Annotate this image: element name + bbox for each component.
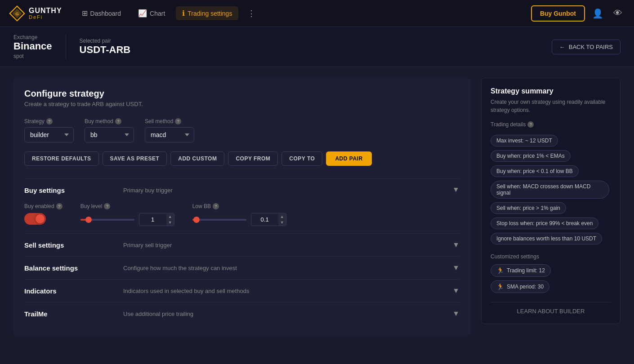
indicators-section: Indicators Indicators used in selected b… bbox=[24, 279, 460, 302]
buy-enabled-toggle[interactable] bbox=[24, 213, 46, 225]
main-content: Configure strategy Create a strategy to … bbox=[0, 67, 634, 364]
buy-level-label: Buy level ? bbox=[80, 203, 174, 209]
sell-settings-header[interactable]: Sell settings Primary sell trigger ▼ bbox=[24, 241, 460, 249]
visibility-icon-button[interactable]: 👁 bbox=[611, 5, 625, 21]
trading-limit-icon: 🏃 bbox=[496, 267, 504, 274]
strategy-select[interactable]: builder custom grid bbox=[24, 127, 74, 142]
indicators-header[interactable]: Indicators Indicators used in selected b… bbox=[24, 287, 460, 295]
indicators-subtitle: Indicators used in selected buy and sell… bbox=[114, 288, 452, 294]
user-icon-button[interactable]: 👤 bbox=[589, 5, 606, 22]
buy-level-slider-container: ▲ ▼ bbox=[80, 213, 174, 226]
low-bb-up[interactable]: ▲ bbox=[278, 214, 286, 220]
balance-settings-title: Balance settings bbox=[24, 264, 114, 272]
selected-pair-value: USDT-ARB bbox=[80, 44, 131, 56]
top-navigation: G GUNTHY DeFi ⊞ Dashboard 📈 Chart ℹ Trad… bbox=[0, 0, 634, 27]
nav-more-button[interactable]: ⋮ bbox=[243, 6, 260, 21]
nav-trading-settings[interactable]: ℹ Trading settings bbox=[176, 6, 238, 20]
sell-method-help-icon[interactable]: ? bbox=[175, 118, 181, 124]
low-bb-slider-container: ▲ ▼ bbox=[192, 213, 286, 226]
buy-level-input[interactable] bbox=[139, 213, 166, 226]
buy-enabled-help-icon[interactable]: ? bbox=[56, 203, 63, 209]
action-buttons: RESTORE DEFAULTS SAVE AS PRESET ADD CUST… bbox=[24, 151, 460, 166]
back-to-pairs-button[interactable]: ← BACK TO PAIRS bbox=[552, 40, 621, 54]
low-bb-help-icon[interactable]: ? bbox=[213, 203, 219, 209]
buy-method-label: Buy method ? bbox=[85, 118, 134, 124]
summary-tags: Max invest: ~ 12 USDT Buy when: price 1%… bbox=[491, 133, 611, 246]
buy-level-down[interactable]: ▼ bbox=[166, 220, 174, 226]
chart-icon: 📈 bbox=[138, 9, 147, 18]
exchange-value: Binance bbox=[13, 40, 52, 52]
summary-desc: Create your own strategy using readily a… bbox=[491, 98, 611, 114]
low-bb-down[interactable]: ▼ bbox=[278, 220, 286, 226]
trailme-header[interactable]: TrailMe Use additional price trailing ▼ bbox=[24, 310, 460, 318]
add-custom-button[interactable]: ADD CUSTOM bbox=[170, 151, 224, 166]
low-bb-input[interactable] bbox=[251, 213, 278, 226]
customized-tag-trading-limit: 🏃 Trading limit: 12 bbox=[491, 264, 551, 277]
trading-details-help-icon[interactable]: ? bbox=[527, 121, 534, 128]
summary-title: Strategy summary bbox=[491, 87, 611, 95]
back-arrow-icon: ← bbox=[559, 44, 565, 50]
buy-level-spinners: ▲ ▼ bbox=[166, 214, 174, 226]
left-panel: Configure strategy Create a strategy to … bbox=[13, 78, 470, 353]
toggle-slider bbox=[24, 213, 46, 225]
buy-gunbot-button[interactable]: Buy Gunbot bbox=[531, 5, 585, 22]
strategy-selector-group: Strategy ? builder custom grid bbox=[24, 118, 74, 142]
eye-icon: 👁 bbox=[613, 8, 622, 18]
sell-settings-section: Sell settings Primary sell trigger ▼ bbox=[24, 233, 460, 256]
balance-settings-chevron: ▼ bbox=[452, 264, 460, 272]
logo[interactable]: G GUNTHY DeFi bbox=[9, 5, 62, 22]
sell-settings-subtitle: Primary sell trigger bbox=[114, 242, 452, 249]
strategy-selectors: Strategy ? builder custom grid Buy metho… bbox=[24, 118, 460, 142]
sell-settings-chevron: ▼ bbox=[452, 241, 460, 249]
configure-strategy-title: Configure strategy bbox=[24, 89, 460, 99]
nav-trading-settings-label: Trading settings bbox=[188, 10, 232, 17]
learn-about-builder-link[interactable]: LEARN ABOUT BUILDER bbox=[491, 302, 611, 315]
restore-defaults-button[interactable]: RESTORE DEFAULTS bbox=[24, 151, 99, 166]
low-bb-label: Low BB ? bbox=[192, 203, 286, 209]
save-as-preset-button[interactable]: SAVE AS PRESET bbox=[103, 151, 167, 166]
buy-method-help-icon[interactable]: ? bbox=[115, 118, 121, 124]
sell-method-select[interactable]: macd bb ema bbox=[145, 127, 194, 142]
sell-settings-title: Sell settings bbox=[24, 241, 114, 249]
buy-level-help-icon[interactable]: ? bbox=[104, 203, 110, 209]
pair-header: Exchange Binance spot Selected pair USDT… bbox=[0, 27, 634, 67]
trading-limit-label: Trading limit: 12 bbox=[507, 267, 545, 274]
buy-method-select[interactable]: bb ema macd bbox=[85, 127, 134, 142]
copy-to-button[interactable]: COPY TO bbox=[281, 151, 322, 166]
balance-settings-header[interactable]: Balance settings Configure how much the … bbox=[24, 264, 460, 272]
trailme-chevron: ▼ bbox=[452, 310, 460, 318]
low-bb-spinners: ▲ ▼ bbox=[278, 214, 286, 226]
buy-level-track[interactable] bbox=[80, 219, 134, 221]
low-bb-thumb[interactable] bbox=[193, 217, 200, 223]
customized-label: Customized settings bbox=[491, 253, 611, 260]
nav-dashboard[interactable]: ⊞ Dashboard bbox=[76, 6, 128, 20]
low-bb-track[interactable] bbox=[192, 219, 246, 221]
customized-tags: 🏃 Trading limit: 12 🏃 SMA period: 30 bbox=[491, 264, 611, 293]
buy-level-up[interactable]: ▲ bbox=[166, 214, 174, 220]
low-bb-item: Low BB ? bbox=[192, 203, 286, 226]
copy-from-button[interactable]: COPY FROM bbox=[228, 151, 278, 166]
balance-settings-section: Balance settings Configure how much the … bbox=[24, 256, 460, 279]
indicators-chevron: ▼ bbox=[452, 287, 460, 295]
settings-icon: ℹ bbox=[182, 9, 185, 18]
buy-level-thumb[interactable] bbox=[85, 217, 92, 223]
logo-defi: DeFi bbox=[29, 14, 62, 20]
tag-buy-low-bb: Buy when: price < 0.1 of low BB bbox=[491, 165, 579, 177]
add-pair-button[interactable]: ADD PAIR bbox=[326, 151, 371, 166]
buy-settings-header[interactable]: Buy settings Primary buy trigger ▲ bbox=[24, 186, 460, 194]
selected-pair-label: Selected pair bbox=[80, 38, 131, 44]
configure-strategy-header: Configure strategy Create a strategy to … bbox=[24, 89, 460, 107]
strategy-help-icon[interactable]: ? bbox=[46, 118, 53, 124]
strategy-label: Strategy ? bbox=[24, 118, 74, 124]
buy-settings-content: Buy enabled ? bbox=[24, 194, 460, 226]
nav-chart[interactable]: 📈 Chart bbox=[132, 6, 171, 20]
buy-settings-subtitle: Primary buy trigger bbox=[114, 187, 452, 194]
user-icon: 👤 bbox=[592, 9, 603, 18]
tag-sell-gain: Sell when: price > 1% gain bbox=[491, 202, 566, 214]
tag-max-invest: Max invest: ~ 12 USDT bbox=[491, 135, 558, 146]
buy-settings-row: Buy enabled ? bbox=[24, 203, 460, 226]
trailme-section: TrailMe Use additional price trailing ▼ bbox=[24, 302, 460, 325]
customized-tag-sma-period: 🏃 SMA period: 30 bbox=[491, 280, 549, 293]
configure-strategy-desc: Create a strategy to trade ARB against U… bbox=[24, 101, 460, 107]
right-panel: Strategy summary Create your own strateg… bbox=[481, 78, 621, 353]
